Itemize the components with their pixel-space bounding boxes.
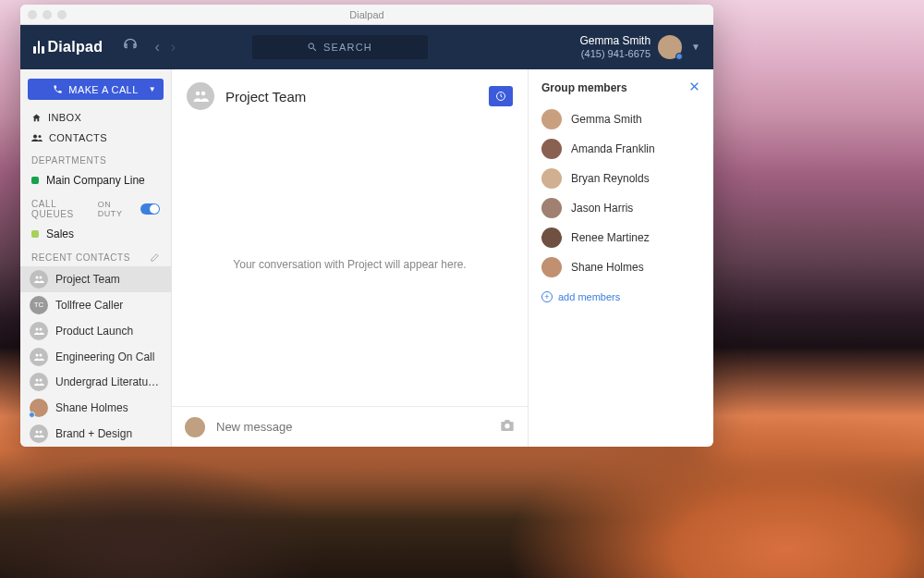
department-main-company-line[interactable]: Main Company Line bbox=[20, 169, 171, 191]
svg-point-3 bbox=[40, 277, 43, 279]
member-avatar bbox=[541, 228, 562, 248]
member-row[interactable]: Shane Holmes bbox=[541, 252, 700, 282]
departments-section-header: DEPARTMENTS bbox=[20, 148, 171, 169]
recent-engineering-on-call[interactable]: Engineering On Call bbox=[20, 344, 171, 370]
queue-sales[interactable]: Sales bbox=[20, 223, 171, 245]
recent-project-team[interactable]: Project Team bbox=[20, 266, 171, 292]
svg-point-10 bbox=[36, 431, 39, 434]
composer-avatar bbox=[185, 417, 205, 437]
app-window: Dialpad Dialpad ‹ › SEARCH Gemma Smith (… bbox=[20, 5, 713, 447]
member-row[interactable]: Jason Harris bbox=[541, 193, 700, 223]
recent-contacts-section-header: RECENT CONTACTS bbox=[20, 245, 171, 266]
recent-tollfree-caller[interactable]: TC Tollfree Caller bbox=[20, 292, 171, 318]
chevron-down-icon: ▼ bbox=[149, 85, 156, 93]
member-name: Renee Martinez bbox=[571, 231, 650, 244]
member-avatar bbox=[541, 139, 562, 159]
status-square-icon bbox=[31, 230, 39, 238]
on-duty-label: ON DUTY bbox=[98, 200, 137, 218]
maximize-window-icon[interactable] bbox=[57, 10, 67, 19]
members-panel-title: Group members bbox=[541, 81, 627, 94]
on-duty-toggle[interactable] bbox=[140, 203, 160, 215]
status-square-icon bbox=[31, 177, 39, 184]
svg-point-8 bbox=[36, 379, 39, 382]
group-avatar-icon bbox=[30, 424, 48, 443]
conversation-empty-state: Your conversation with Project will appe… bbox=[172, 123, 528, 406]
headset-icon[interactable] bbox=[123, 38, 138, 56]
department-label: Main Company Line bbox=[46, 174, 145, 187]
chevron-down-icon: ▼ bbox=[691, 42, 700, 52]
members-panel: Group members Gemma Smith Amanda Frankli… bbox=[529, 69, 713, 447]
svg-point-13 bbox=[201, 92, 206, 96]
recent-brand-design[interactable]: Brand + Design bbox=[20, 421, 171, 447]
close-window-icon[interactable] bbox=[28, 10, 37, 19]
member-avatar bbox=[541, 168, 562, 189]
call-queues-section-header: CALL QUEUES ON DUTY bbox=[20, 191, 171, 223]
message-input[interactable] bbox=[216, 420, 489, 434]
phone-icon bbox=[53, 84, 63, 94]
make-call-button[interactable]: MAKE A CALL ▼ bbox=[28, 79, 164, 100]
group-avatar-icon bbox=[30, 373, 48, 391]
group-avatar-icon bbox=[30, 348, 48, 366]
member-row[interactable]: Gemma Smith bbox=[541, 105, 700, 134]
current-user-phone: (415) 941-6675 bbox=[579, 48, 650, 60]
user-menu[interactable]: Gemma Smith (415) 941-6675 ▼ bbox=[579, 34, 700, 60]
app-header: Dialpad ‹ › SEARCH Gemma Smith (415) 941… bbox=[20, 25, 713, 69]
recent-shane-holmes[interactable]: Shane Holmes bbox=[20, 395, 171, 421]
plus-circle-icon: + bbox=[541, 291, 553, 302]
logo-icon bbox=[33, 41, 44, 54]
recent-label: Brand + Design bbox=[55, 427, 132, 440]
conversation-avatar-icon bbox=[187, 82, 214, 110]
status-indicator-icon bbox=[675, 53, 683, 60]
member-name: Bryan Reynolds bbox=[571, 172, 650, 185]
recent-product-launch[interactable]: Product Launch bbox=[20, 318, 171, 344]
status-indicator-icon bbox=[29, 412, 35, 418]
uberconference-icon bbox=[495, 91, 506, 102]
titlebar: Dialpad bbox=[20, 5, 713, 25]
traffic-lights[interactable] bbox=[28, 10, 67, 19]
window-title: Dialpad bbox=[349, 9, 383, 20]
recent-undergrad-literature[interactable]: Undergrad Literature Pr... bbox=[20, 370, 171, 396]
sidebar-item-inbox[interactable]: INBOX bbox=[20, 107, 171, 128]
member-avatar bbox=[541, 198, 562, 218]
recent-label: Engineering On Call bbox=[55, 350, 154, 363]
minimize-window-icon[interactable] bbox=[43, 10, 52, 19]
svg-point-4 bbox=[36, 327, 39, 330]
nav-back-icon[interactable]: ‹ bbox=[154, 39, 159, 55]
search-placeholder: SEARCH bbox=[323, 42, 372, 53]
search-input[interactable]: SEARCH bbox=[252, 35, 428, 59]
brand-logo[interactable]: Dialpad bbox=[33, 39, 103, 55]
recent-label: Shane Holmes bbox=[55, 401, 128, 414]
conversation-pane: Project Team Your conversation with Proj… bbox=[172, 69, 529, 447]
member-row[interactable]: Renee Martinez bbox=[541, 223, 700, 252]
svg-point-5 bbox=[40, 327, 43, 330]
close-panel-button[interactable] bbox=[688, 80, 700, 95]
conversation-action-button[interactable] bbox=[489, 86, 513, 106]
add-members-button[interactable]: + add members bbox=[541, 291, 700, 302]
queue-label: Sales bbox=[46, 228, 74, 240]
contacts-icon bbox=[31, 133, 43, 142]
member-row[interactable]: Bryan Reynolds bbox=[541, 164, 700, 193]
edit-icon[interactable] bbox=[150, 252, 160, 263]
camera-icon[interactable] bbox=[500, 419, 515, 436]
svg-point-1 bbox=[39, 135, 42, 138]
home-icon bbox=[31, 113, 42, 123]
member-name: Gemma Smith bbox=[571, 113, 642, 126]
svg-point-15 bbox=[505, 424, 509, 428]
member-name: Amanda Franklin bbox=[571, 142, 655, 155]
close-icon bbox=[688, 80, 700, 92]
recent-label: Undergrad Literature Pr... bbox=[55, 375, 162, 388]
recent-label: Tollfree Caller bbox=[55, 299, 123, 312]
person-avatar bbox=[30, 399, 48, 417]
current-user-name: Gemma Smith bbox=[579, 34, 650, 47]
nav-forward-icon[interactable]: › bbox=[171, 39, 176, 55]
member-row[interactable]: Amanda Franklin bbox=[541, 134, 700, 164]
message-composer bbox=[172, 406, 528, 447]
svg-point-7 bbox=[40, 353, 43, 356]
recent-label: Project Team bbox=[55, 273, 120, 286]
contacts-label: CONTACTS bbox=[49, 132, 107, 143]
add-members-label: add members bbox=[558, 291, 620, 302]
svg-point-0 bbox=[33, 135, 37, 139]
sidebar-item-contacts[interactable]: CONTACTS bbox=[20, 128, 171, 148]
member-avatar bbox=[541, 109, 562, 129]
conversation-title: Project Team bbox=[225, 89, 306, 105]
